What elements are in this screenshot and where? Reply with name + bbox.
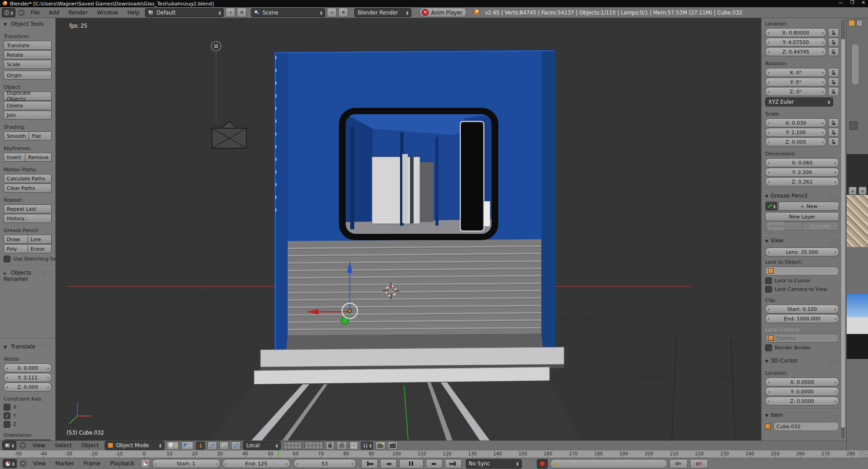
3d-cursor-panel-header[interactable]: ▼3D Cursor [765, 358, 839, 366]
mode-selector[interactable]: Object Mode ▲▼ [105, 441, 164, 450]
remove-keyframe-button[interactable]: Remove [25, 153, 52, 162]
item-panel-header[interactable]: ▼Item [765, 412, 839, 420]
current-frame-playhead[interactable] [278, 450, 279, 458]
vector-z-field[interactable]: ◂Z: 0.000▸ [4, 382, 52, 392]
gp-new-layer-button[interactable]: New Layer [765, 212, 839, 221]
add-scene-button[interactable]: ＋ [327, 8, 337, 17]
frame-start-field[interactable]: ◂Start: 1▸ [152, 459, 220, 468]
menu-help[interactable]: Help [124, 10, 143, 16]
collapse-menus-button[interactable]: − [20, 460, 26, 467]
duplicate-objects-button[interactable]: Duplicate Objects [4, 92, 52, 101]
current-frame-field[interactable]: ◂53▸ [294, 459, 356, 468]
delete-keyframes-button[interactable] [690, 459, 708, 469]
timeline-menu-frame[interactable]: Frame [80, 460, 104, 467]
insert-keyframes-button[interactable] [670, 459, 688, 469]
gp-draw-button[interactable]: Draw [4, 235, 28, 244]
strip-add-buttons[interactable]: ＋＋ [847, 187, 868, 196]
manipulator-rotate-button[interactable] [219, 441, 229, 450]
add-layout-button[interactable]: ＋ [226, 8, 235, 17]
lock-scale-x-button[interactable] [828, 118, 839, 127]
frame-end-field[interactable]: ◂End: 125▸ [222, 459, 290, 468]
n-panel-scrollbar[interactable] [841, 20, 845, 439]
translate-panel-header[interactable]: ▼ Translate [4, 341, 52, 352]
location-y-field[interactable]: ◂Y: 4.07500▸ [765, 38, 826, 47]
render-border-checkbox[interactable] [765, 344, 772, 351]
dimensions-x-field[interactable]: ◂X: 0.060▸ [765, 158, 839, 167]
calculate-paths-button[interactable]: Calculate Paths [4, 174, 52, 183]
manipulator-translate-button[interactable] [207, 441, 217, 450]
viewport-canvas[interactable] [56, 18, 761, 440]
transform-orientation-selector[interactable]: Local ▲▼ [243, 441, 281, 450]
snap-toggle-button[interactable] [349, 441, 358, 450]
smooth-button[interactable]: Smooth [4, 131, 29, 140]
translate-button[interactable]: Translate [4, 41, 52, 50]
previous-keyframe-button[interactable]: ◀◀ [380, 459, 397, 469]
view-panel-header[interactable]: ▼View [765, 237, 839, 246]
editor-type-selector[interactable]: ▲▼ [2, 8, 15, 17]
cursor-z-field[interactable]: ◂Z: 0.0000▸ [765, 396, 839, 406]
location-x-field[interactable]: ◂X: 0.80000▸ [765, 28, 826, 37]
jump-to-end-button[interactable]: ▶▶▌ [445, 459, 462, 469]
origin-button[interactable]: Origin [4, 71, 52, 80]
resize-grip[interactable] [859, 450, 868, 458]
delete-scene-button[interactable]: ✕ [338, 8, 348, 17]
timeline-menu-marker[interactable]: Marker [52, 460, 77, 467]
scale-y-field[interactable]: ◂Y: 1.100▸ [765, 128, 826, 137]
gp-new-button[interactable]: ＋ New [778, 202, 839, 211]
scrollbar-thumb[interactable] [841, 39, 845, 428]
dimensions-y-field[interactable]: ◂Y: 2.200▸ [765, 168, 839, 177]
gp-convert-button[interactable]: Convert [802, 222, 839, 231]
keying-set-field[interactable] [550, 459, 667, 469]
delete-layout-button[interactable]: ✕ [237, 8, 246, 17]
manipulator-toggle-button[interactable] [196, 441, 205, 450]
opengl-render-anim-button[interactable] [388, 441, 398, 450]
cursor-y-field[interactable]: ◂Y: 0.0000▸ [765, 387, 839, 396]
render-engine-selector[interactable]: Blender Render ▲▼ [354, 8, 411, 17]
constraint-y-checkbox[interactable]: ✓ [4, 412, 10, 419]
timeline-menu-view[interactable]: View [29, 460, 49, 467]
anim-player-button[interactable]: ✕ Anim Player [420, 8, 467, 17]
flat-button[interactable]: Flat [29, 131, 52, 140]
scale-x-field[interactable]: ◂X: 0.030▸ [765, 118, 826, 127]
timeline-editor-type-selector[interactable]: ▲▼ [3, 459, 17, 468]
local-camera-field[interactable]: Camera [765, 334, 839, 343]
scene-selector[interactable]: Scene ▲▼ [251, 8, 325, 17]
viewport-editor-type-selector[interactable]: ▲▼ [2, 441, 16, 450]
properties-editor-strip[interactable]: ＋＋ [846, 18, 868, 450]
history-button[interactable]: History... [4, 214, 52, 223]
lock-scale-z-button[interactable] [828, 137, 839, 146]
use-sketching-checkbox[interactable] [4, 256, 10, 262]
opengl-render-still-button[interactable] [376, 441, 386, 450]
maximize-button[interactable]: ❐ [850, 0, 854, 5]
collapse-menus-button[interactable]: − [19, 442, 26, 449]
lens-field[interactable]: ◂Lens: 35.000▸ [765, 247, 839, 256]
manipulator-scale-button[interactable] [231, 441, 241, 450]
viewport-menu-select[interactable]: Select [51, 442, 75, 449]
lock-to-cursor-checkbox[interactable] [765, 277, 772, 284]
lock-location-z-button[interactable] [828, 47, 839, 56]
sync-mode-selector[interactable]: No Sync ▲▼ [466, 459, 522, 469]
viewport-shading-selector[interactable]: ▲▼ [167, 441, 179, 450]
rotation-mode-selector[interactable]: XYZ Euler ▲▼ [765, 97, 833, 106]
clip-end-field[interactable]: ◂End: 1000.000▸ [765, 314, 839, 323]
viewport-menu-object[interactable]: Object [77, 442, 102, 449]
menu-window[interactable]: Window [93, 10, 122, 16]
next-keyframe-button[interactable]: ▶▶ [426, 459, 443, 469]
delete-button[interactable]: Delete [4, 101, 52, 110]
use-preview-range-button[interactable] [140, 459, 150, 469]
join-button[interactable]: Join [4, 111, 52, 120]
object-tools-panel-header[interactable]: ▼ Object Tools [4, 18, 52, 29]
item-name-field[interactable]: Cube.032 [773, 422, 839, 431]
lock-rotation-z-button[interactable] [828, 87, 839, 96]
pause-button[interactable] [399, 459, 424, 469]
clear-paths-button[interactable]: Clear Paths [4, 184, 52, 193]
menu-file[interactable]: File [27, 10, 43, 16]
vector-x-field[interactable]: ◂X: 0.000▸ [4, 363, 52, 372]
clip-start-field[interactable]: ◂Start: 0.100▸ [765, 305, 839, 314]
menu-render[interactable]: Render [65, 10, 92, 16]
scale-button[interactable]: Scale [4, 60, 52, 69]
gp-delete-frame-button[interactable]: Delete Frame [765, 222, 802, 231]
gp-datablock-selector[interactable]: ▲▼ [765, 202, 777, 211]
strip-scrollbar[interactable] [851, 44, 859, 85]
insert-keyframe-button[interactable]: Insert [4, 153, 25, 162]
